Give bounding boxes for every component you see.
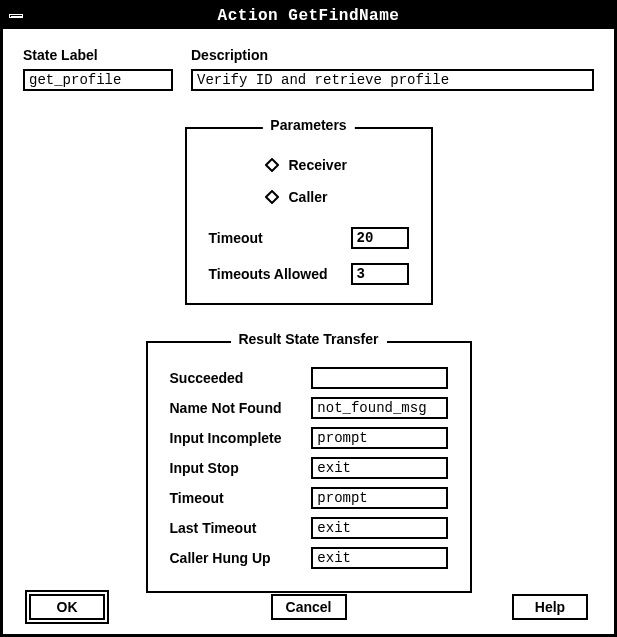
svg-marker-1 [266,191,278,203]
radio-caller-label: Caller [289,189,328,205]
svg-marker-0 [266,159,278,171]
timeouts-allowed-input[interactable]: 3 [351,263,409,285]
result-field-caller-hung-up[interactable]: exit [311,547,447,569]
state-label-input[interactable]: get_profile [23,69,173,91]
result-row-timeout: Timeout prompt [170,483,448,513]
result-field-last-timeout[interactable]: exit [311,517,447,539]
result-label: Name Not Found [170,400,312,416]
timeouts-allowed-row: Timeouts Allowed 3 [209,263,409,285]
radio-receiver[interactable]: Receiver [265,149,409,181]
result-label: Timeout [170,490,312,506]
result-row-name-not-found: Name Not Found not_found_msg [170,393,448,423]
client-area: State Label get_profile Description Veri… [3,29,614,637]
cancel-button[interactable]: Cancel [271,594,347,620]
result-field-succeeded[interactable] [311,367,447,389]
result-row-caller-hung-up: Caller Hung Up exit [170,543,448,573]
radio-receiver-label: Receiver [289,157,347,173]
ok-button[interactable]: OK [29,594,105,620]
top-row: State Label get_profile Description Veri… [23,47,594,91]
description-caption: Description [191,47,594,63]
state-label-caption: State Label [23,47,173,63]
description-column: Description Verify ID and retrieve profi… [191,47,594,91]
system-menu-icon [9,14,23,18]
result-row-input-incomplete: Input Incomplete prompt [170,423,448,453]
result-field-input-stop[interactable]: exit [311,457,447,479]
help-button[interactable]: Help [512,594,588,620]
result-field-input-incomplete[interactable]: prompt [311,427,447,449]
timeout-label: Timeout [209,230,263,246]
diamond-icon [265,158,279,172]
parameters-group: Parameters Receiver [185,127,433,305]
result-label: Succeeded [170,370,312,386]
result-label: Caller Hung Up [170,550,312,566]
result-row-last-timeout: Last Timeout exit [170,513,448,543]
result-state-transfer-group: Result State Transfer Succeeded Name Not… [146,341,472,593]
timeouts-allowed-label: Timeouts Allowed [209,266,328,282]
description-input[interactable]: Verify ID and retrieve profile [191,69,594,91]
radio-caller[interactable]: Caller [265,181,409,213]
result-label: Last Timeout [170,520,312,536]
result-field-name-not-found[interactable]: not_found_msg [311,397,447,419]
result-field-timeout[interactable]: prompt [311,487,447,509]
parameters-legend: Parameters [262,117,354,133]
timeout-input[interactable]: 20 [351,227,409,249]
result-legend: Result State Transfer [230,331,386,347]
diamond-icon [265,190,279,204]
dialog-window: Action GetFindName State Label get_profi… [0,0,617,637]
window-title: Action GetFindName [218,7,400,25]
system-menu-button[interactable] [6,6,26,26]
state-label-column: State Label get_profile [23,47,173,91]
result-row-succeeded: Succeeded [170,363,448,393]
result-label: Input Stop [170,460,312,476]
titlebar[interactable]: Action GetFindName [3,3,614,29]
result-label: Input Incomplete [170,430,312,446]
timeout-row: Timeout 20 [209,227,409,249]
button-bar: OK Cancel Help [3,594,614,620]
result-row-input-stop: Input Stop exit [170,453,448,483]
